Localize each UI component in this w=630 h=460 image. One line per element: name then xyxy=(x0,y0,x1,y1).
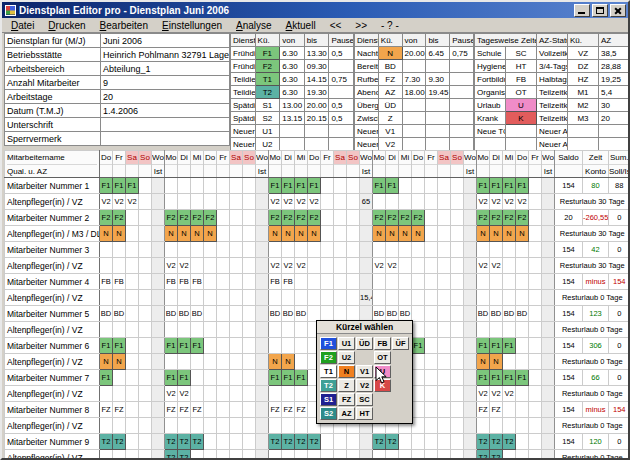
roster-day-cell[interactable] xyxy=(217,226,230,242)
roster-day-cell[interactable] xyxy=(412,434,425,450)
dienst-name-cell[interactable]: Spätdienst xyxy=(231,112,256,125)
roster-day-cell[interactable] xyxy=(503,242,516,258)
dienst-pause-cell[interactable] xyxy=(329,125,354,138)
roster-day-cell[interactable] xyxy=(386,274,399,290)
roster-day-cell[interactable]: BD xyxy=(100,306,113,322)
code-button-s1[interactable]: S1 xyxy=(320,393,337,406)
roster-day-cell[interactable]: F1 xyxy=(516,370,529,386)
az-status-name-cell[interactable]: Vollzeitkraft xyxy=(537,47,568,60)
dienst-name-cell[interactable]: Frühdienst xyxy=(231,60,256,73)
roster-day-cell[interactable] xyxy=(230,194,243,210)
roster-day-cell[interactable]: F1 xyxy=(269,370,282,386)
roster-day-cell[interactable] xyxy=(490,322,503,338)
roster-day-cell[interactable] xyxy=(282,290,295,306)
roster-day-cell[interactable] xyxy=(243,226,256,242)
roster-day-cell[interactable]: FB xyxy=(113,274,126,290)
roster-day-cell[interactable] xyxy=(204,306,217,322)
tgw-name-cell[interactable]: Fortbildung xyxy=(475,73,506,86)
roster-day-cell[interactable] xyxy=(438,386,451,402)
roster-day-cell[interactable] xyxy=(217,386,230,402)
roster-day-cell[interactable]: V2 xyxy=(126,194,139,210)
roster-day-cell[interactable] xyxy=(113,242,126,258)
roster-day-cell[interactable] xyxy=(347,258,360,274)
roster-day-cell[interactable] xyxy=(139,226,152,242)
dienst-von-cell[interactable] xyxy=(402,125,426,138)
menu-item-aktuell[interactable]: Aktuell xyxy=(279,20,323,31)
roster-day-cell[interactable]: V2 xyxy=(282,258,295,274)
roster-day-cell[interactable] xyxy=(204,386,217,402)
roster-day-cell[interactable] xyxy=(438,226,451,242)
roster-day-cell[interactable]: F1 xyxy=(100,178,113,194)
roster-day-cell[interactable] xyxy=(100,386,113,402)
roster-day-cell[interactable] xyxy=(412,258,425,274)
roster-day-cell[interactable] xyxy=(425,242,438,258)
roster-day-cell[interactable] xyxy=(139,274,152,290)
close-button[interactable] xyxy=(610,4,626,17)
roster-day-cell[interactable]: F2 xyxy=(100,210,113,226)
roster-day-cell[interactable]: V2 xyxy=(477,386,490,402)
roster-day-cell[interactable]: BD xyxy=(191,306,204,322)
roster-day-cell[interactable] xyxy=(126,370,139,386)
menu-item-einstellungen[interactable]: Einstellungen xyxy=(155,20,229,31)
roster-day-cell[interactable] xyxy=(412,402,425,418)
tgw-name-cell[interactable]: Hygienetag xyxy=(475,60,506,73)
roster-day-cell[interactable] xyxy=(529,178,542,194)
roster-day-cell[interactable] xyxy=(438,210,451,226)
roster-day-cell[interactable]: F1 xyxy=(477,370,490,386)
roster-day-cell[interactable] xyxy=(191,386,204,402)
roster-day-cell[interactable] xyxy=(139,178,152,194)
roster-day-cell[interactable] xyxy=(399,242,412,258)
roster-day-cell[interactable] xyxy=(165,418,178,434)
roster-day-cell[interactable] xyxy=(126,354,139,370)
roster-day-cell[interactable] xyxy=(139,210,152,226)
roster-day-cell[interactable] xyxy=(178,242,191,258)
roster-day-cell[interactable] xyxy=(243,354,256,370)
roster-day-cell[interactable] xyxy=(347,274,360,290)
roster-day-cell[interactable] xyxy=(269,290,282,306)
roster-day-cell[interactable] xyxy=(191,178,204,194)
dienst-von-cell[interactable]: 18.00 xyxy=(402,86,426,99)
roster-day-cell[interactable]: F1 xyxy=(295,178,308,194)
dienst-pause-cell[interactable]: 0,5 xyxy=(329,99,354,112)
roster-day-cell[interactable] xyxy=(438,274,451,290)
roster-day-cell[interactable]: FZ xyxy=(490,402,503,418)
roster-day-cell[interactable] xyxy=(217,210,230,226)
roster-day-cell[interactable]: T2 xyxy=(178,434,191,450)
roster-day-cell[interactable] xyxy=(230,322,243,338)
roster-day-cell[interactable] xyxy=(230,386,243,402)
code-button-v1[interactable]: V1 xyxy=(356,365,373,378)
roster-day-cell[interactable]: BD xyxy=(503,306,516,322)
tgw-code-chip[interactable]: FB xyxy=(506,73,537,86)
az-status-name-cell[interactable]: Teilzeitkraft xyxy=(537,112,568,125)
code-button-v2[interactable]: V2 xyxy=(356,379,373,392)
roster-day-cell[interactable]: N xyxy=(477,354,490,370)
roster-day-cell[interactable] xyxy=(243,306,256,322)
roster-day-cell[interactable] xyxy=(139,450,152,459)
roster-day-cell[interactable]: BD xyxy=(178,306,191,322)
roster-day-cell[interactable]: F1 xyxy=(373,178,386,194)
roster-day-cell[interactable] xyxy=(100,258,113,274)
roster-day-cell[interactable]: F1 xyxy=(191,338,204,354)
roster-day-cell[interactable] xyxy=(230,242,243,258)
roster-day-cell[interactable]: V2 xyxy=(516,194,529,210)
roster-day-cell[interactable]: F1 xyxy=(282,178,295,194)
az-hours-cell[interactable]: 30 xyxy=(599,99,630,112)
dienst-bis-cell[interactable] xyxy=(426,125,450,138)
code-button-f1[interactable]: F1 xyxy=(320,337,337,350)
dienst-von-cell[interactable] xyxy=(402,112,426,125)
menu-item-nav[interactable]: << xyxy=(323,20,349,31)
roster-day-cell[interactable] xyxy=(425,402,438,418)
roster-day-cell[interactable] xyxy=(503,290,516,306)
roster-day-cell[interactable]: F1 xyxy=(178,338,191,354)
roster-day-cell[interactable] xyxy=(451,290,464,306)
roster-day-cell[interactable]: F1 xyxy=(295,370,308,386)
roster-day-cell[interactable]: T2 xyxy=(477,450,490,459)
az-code-chip[interactable]: VZ xyxy=(568,47,599,60)
roster-day-cell[interactable]: FB xyxy=(165,274,178,290)
employee-qual-cell[interactable]: Altenpfleger(in) / VZ xyxy=(5,354,100,370)
roster-day-cell[interactable]: F2 xyxy=(282,210,295,226)
roster-day-cell[interactable] xyxy=(217,258,230,274)
roster-day-cell[interactable] xyxy=(425,450,438,459)
menu-item-bearbeiten[interactable]: Bearbeiten xyxy=(93,20,155,31)
roster-day-cell[interactable] xyxy=(282,242,295,258)
